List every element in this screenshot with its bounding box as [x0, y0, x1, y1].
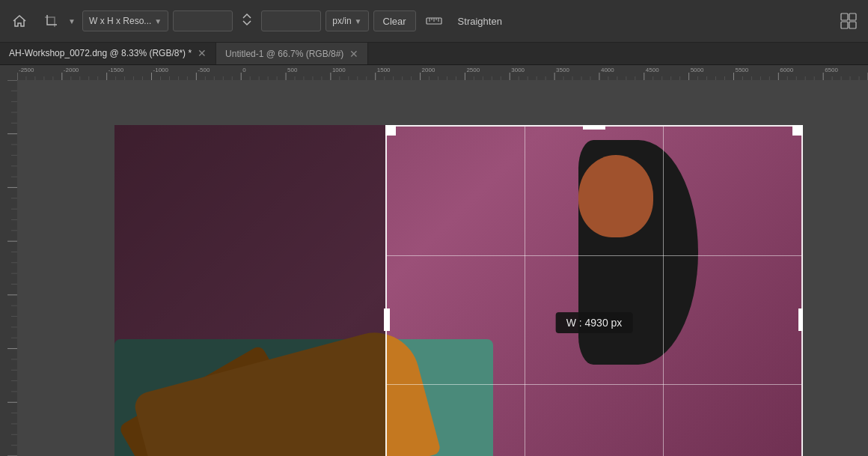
svg-rect-7 [849, 13, 856, 20]
unit-label: px/in [332, 16, 351, 26]
svg-text:3000: 3000 [511, 67, 525, 73]
grid-line-h1 [387, 255, 801, 256]
photo-container: W : 4930 px [114, 125, 803, 456]
crop-tool-group: ▼ [37, 7, 78, 34]
grid-line-v2 [663, 127, 664, 456]
canvas-area: W : 4930 px [17, 80, 868, 456]
crop-handle-mid-left[interactable] [384, 308, 390, 331]
aspect-ratio-label: W x H x Reso... [89, 16, 151, 26]
home-button[interactable] [6, 7, 33, 34]
tab-workshop-label: AH-Workshop_0072.dng @ 8.33% (RGB/8*) * [9, 48, 192, 58]
svg-text:2500: 2500 [466, 67, 480, 73]
straighten-label: Straighten [458, 16, 502, 27]
svg-rect-6 [841, 13, 848, 20]
svg-text:2000: 2000 [422, 67, 435, 73]
swap-icon[interactable] [237, 13, 257, 29]
crop-handle-mid-right[interactable] [798, 308, 803, 331]
svg-rect-8 [841, 22, 848, 28]
clear-button[interactable]: Clear [373, 10, 416, 31]
tab-untitled[interactable]: Untitled-1 @ 66.7% (RGB/8#) ✕ [216, 43, 368, 64]
height-input[interactable] [261, 10, 321, 31]
ruler-horizontal: -2500-2000-1500-1000-5000500100015002000… [17, 65, 868, 80]
svg-text:-1000: -1000 [153, 67, 169, 73]
crop-handle-top-mid[interactable] [583, 125, 605, 130]
svg-text:5000: 5000 [691, 67, 704, 73]
ruler-h-svg: -2500-2000-1500-1000-5000500100015002000… [17, 65, 868, 80]
crop-grid [387, 127, 801, 456]
svg-text:-2500: -2500 [19, 67, 34, 73]
ruler-v-svg: 500100015002000250030003500 [0, 80, 17, 456]
tab-untitled-label: Untitled-1 @ 66.7% (RGB/8#) [225, 49, 343, 59]
ruler-corner [0, 65, 17, 80]
crop-overlay[interactable]: W : 4930 px [385, 125, 803, 456]
toolbar: ▼ W x H x Reso... ▼ px/in ▼ Clear Straig… [0, 0, 868, 43]
crop-dropdown-arrow[interactable]: ▼ [66, 7, 78, 34]
svg-rect-9 [849, 22, 856, 28]
chevron-down-icon: ▼ [154, 17, 162, 25]
svg-text:5500: 5500 [735, 67, 748, 73]
crop-handle-top-left[interactable] [385, 125, 396, 136]
tabs-bar: AH-Workshop_0072.dng @ 8.33% (RGB/8*) * … [0, 43, 868, 65]
width-input[interactable] [173, 10, 233, 31]
svg-text:4000: 4000 [601, 67, 614, 73]
svg-text:6000: 6000 [780, 67, 793, 73]
width-tooltip-text: W : 4930 px [566, 317, 623, 329]
svg-text:1000: 1000 [332, 67, 346, 73]
svg-text:-2000: -2000 [64, 67, 79, 73]
straighten-ruler-icon [421, 7, 447, 34]
grid-line-v1 [525, 127, 525, 456]
svg-text:-1500: -1500 [109, 67, 124, 73]
width-tooltip: W : 4930 px [556, 312, 633, 333]
svg-rect-127 [0, 80, 17, 456]
straighten-button[interactable]: Straighten [452, 10, 508, 31]
svg-text:3500: 3500 [556, 67, 569, 73]
svg-text:-500: -500 [198, 67, 210, 73]
svg-text:1500: 1500 [377, 67, 391, 73]
extra-tool-icon[interactable] [835, 7, 862, 34]
svg-text:0: 0 [242, 67, 246, 73]
tab-workshop[interactable]: AH-Workshop_0072.dng @ 8.33% (RGB/8*) * … [0, 43, 216, 64]
tab-untitled-close[interactable]: ✕ [349, 49, 358, 59]
unit-dropdown[interactable]: px/in ▼ [326, 10, 368, 31]
svg-text:6500: 6500 [825, 67, 838, 73]
crop-handle-top-right[interactable] [792, 125, 803, 136]
crop-mask-left [114, 125, 385, 456]
aspect-ratio-dropdown[interactable]: W x H x Reso... ▼ [82, 10, 168, 31]
tab-workshop-close[interactable]: ✕ [198, 48, 207, 58]
ruler-vertical: 500100015002000250030003500 [0, 80, 17, 456]
grid-line-h2 [387, 384, 801, 385]
unit-chevron-icon: ▼ [355, 17, 362, 25]
crop-icon[interactable] [37, 7, 64, 34]
svg-text:4500: 4500 [646, 67, 659, 73]
svg-text:500: 500 [287, 67, 298, 73]
